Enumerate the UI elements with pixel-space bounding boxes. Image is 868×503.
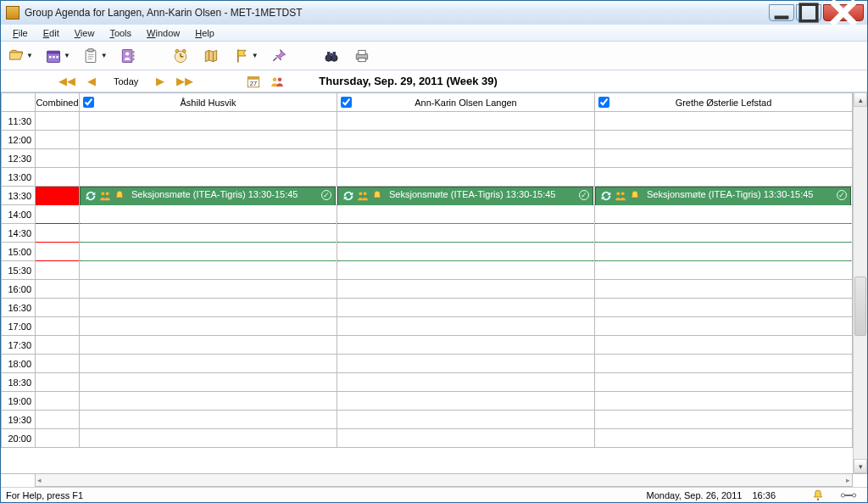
person-visible-checkbox[interactable]	[341, 97, 352, 108]
last-day-button[interactable]: ▶▶	[175, 75, 195, 87]
calendar-cell[interactable]	[595, 261, 853, 280]
calendar-cell[interactable]	[337, 317, 595, 336]
combined-cell[interactable]	[36, 149, 80, 168]
calendar-cell[interactable]	[80, 299, 337, 317]
pin-icon[interactable]	[269, 46, 289, 66]
calendar-cell[interactable]	[595, 112, 853, 131]
combined-cell[interactable]	[36, 224, 80, 243]
menu-file[interactable]: File	[6, 26, 35, 40]
calendar-cell[interactable]	[337, 373, 595, 392]
calendar-cell[interactable]	[337, 205, 595, 224]
calendar-cell[interactable]	[595, 411, 853, 429]
calendar-icon[interactable]	[43, 46, 64, 66]
calendar-cell[interactable]	[80, 317, 337, 336]
first-day-button[interactable]: ◀◀	[57, 75, 77, 87]
combined-cell[interactable]	[36, 261, 80, 280]
calendar-cell[interactable]	[337, 355, 595, 373]
today-button[interactable]: Today	[106, 75, 146, 88]
calendar-cell[interactable]	[337, 411, 595, 429]
calendar-cell[interactable]	[595, 205, 853, 224]
calendar-cell[interactable]	[595, 317, 853, 336]
combined-cell[interactable]	[36, 355, 80, 373]
calendar-cell[interactable]	[337, 392, 595, 411]
scroll-thumb[interactable]	[854, 277, 866, 336]
calendar-cell[interactable]	[80, 411, 337, 429]
chevron-down-icon[interactable]: ▼	[101, 52, 108, 59]
calendar-cell[interactable]	[595, 243, 853, 261]
combined-cell[interactable]	[36, 280, 80, 299]
calendar-cell[interactable]	[80, 243, 337, 261]
menu-view[interactable]: View	[68, 26, 102, 40]
menu-tools[interactable]: Tools	[103, 26, 138, 40]
person-visible-checkbox[interactable]	[83, 97, 94, 108]
binoculars-icon[interactable]	[321, 46, 342, 66]
scroll-down-button[interactable]: ▾	[854, 459, 867, 473]
calendar-cell[interactable]	[595, 168, 853, 187]
group-icon[interactable]	[270, 74, 285, 89]
calendar-cell[interactable]: Seksjonsmøte (ITEA-Tigris) 13:30-15:45✓	[595, 187, 853, 205]
combined-cell[interactable]	[36, 205, 80, 224]
calendar-cell[interactable]	[80, 355, 337, 373]
maximize-button[interactable]	[796, 4, 821, 21]
calendar-cell[interactable]	[80, 429, 337, 448]
combined-cell[interactable]	[36, 243, 80, 261]
combined-cell[interactable]	[36, 131, 80, 149]
calendar-cell[interactable]	[595, 373, 853, 392]
calendar-cell[interactable]	[337, 243, 595, 261]
calendar-cell[interactable]	[595, 299, 853, 317]
menu-help[interactable]: Help	[188, 26, 221, 40]
calendar-cell[interactable]	[80, 261, 337, 280]
scroll-up-button[interactable]: ▴	[854, 92, 867, 107]
next-day-button[interactable]: ▶	[154, 75, 166, 87]
horizontal-scrollbar[interactable]: ◂▸	[35, 473, 853, 487]
calendar-cell[interactable]	[80, 336, 337, 355]
calendar-cell[interactable]	[80, 224, 337, 243]
flag-icon[interactable]	[231, 46, 252, 66]
menu-edit[interactable]: Edit	[36, 26, 66, 40]
open-icon[interactable]	[6, 46, 26, 66]
calendar-cell[interactable]	[80, 149, 337, 168]
calendar-cell[interactable]	[595, 336, 853, 355]
combined-cell[interactable]	[36, 112, 80, 131]
calendar-cell[interactable]	[337, 112, 595, 131]
combined-cell[interactable]	[36, 336, 80, 355]
calendar-cell[interactable]	[337, 131, 595, 149]
combined-cell[interactable]	[36, 411, 80, 429]
map-icon[interactable]	[201, 46, 221, 66]
person-visible-checkbox[interactable]	[598, 97, 609, 108]
date-picker-icon[interactable]: 27	[246, 74, 261, 89]
clock-icon[interactable]	[170, 46, 191, 66]
calendar-cell[interactable]	[337, 299, 595, 317]
calendar-cell[interactable]	[595, 131, 853, 149]
combined-cell[interactable]	[36, 168, 80, 187]
calendar-cell[interactable]	[80, 131, 337, 149]
calendar-cell[interactable]	[80, 373, 337, 392]
combined-cell[interactable]	[36, 299, 80, 317]
calendar-cell[interactable]	[337, 261, 595, 280]
calendar-cell[interactable]	[337, 280, 595, 299]
calendar-cell[interactable]	[595, 149, 853, 168]
combined-cell[interactable]	[36, 317, 80, 336]
calendar-cell[interactable]	[337, 149, 595, 168]
print-icon[interactable]	[352, 46, 372, 66]
calendar-cell[interactable]	[80, 168, 337, 187]
calendar-cell[interactable]	[595, 355, 853, 373]
calendar-cell[interactable]	[80, 112, 337, 131]
prev-day-button[interactable]: ◀	[86, 75, 97, 87]
calendar-cell[interactable]	[80, 280, 337, 299]
address-book-icon[interactable]	[118, 46, 138, 66]
vertical-scrollbar[interactable]: ▴ ▾	[853, 92, 867, 473]
chevron-down-icon[interactable]: ▼	[64, 52, 70, 59]
calendar-cell[interactable]	[595, 392, 853, 411]
calendar-cell[interactable]	[595, 429, 853, 448]
calendar-cell[interactable]	[595, 224, 853, 243]
menu-window[interactable]: Window	[140, 26, 186, 40]
chevron-down-icon[interactable]: ▼	[252, 52, 259, 59]
combined-cell[interactable]	[36, 187, 80, 205]
minimize-button[interactable]	[769, 4, 794, 21]
calendar-cell[interactable]	[337, 224, 595, 243]
calendar-cell[interactable]: Seksjonsmøte (ITEA-Tigris) 13:30-15:45✓	[337, 187, 595, 205]
chevron-down-icon[interactable]: ▼	[26, 52, 33, 59]
bell-icon[interactable]	[811, 489, 825, 502]
combined-cell[interactable]	[36, 429, 80, 448]
